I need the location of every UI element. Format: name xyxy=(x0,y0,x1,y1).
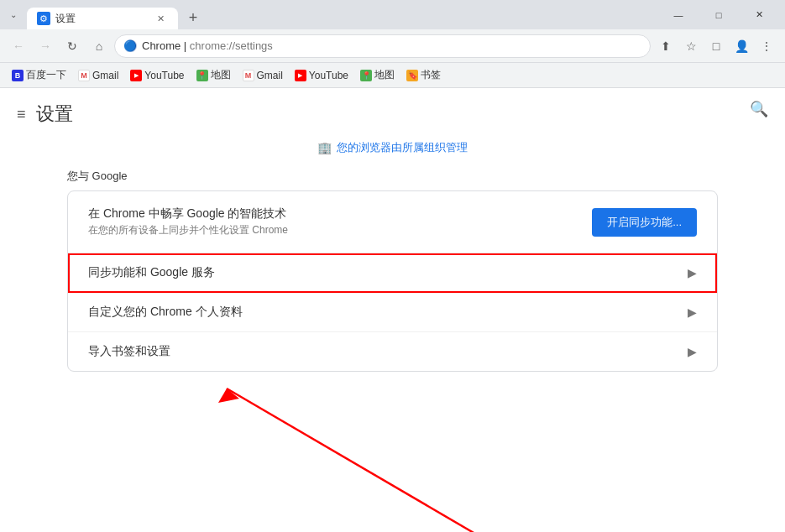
bookmark-button[interactable]: ☆ xyxy=(679,34,703,58)
youtube-label-2: YouTube xyxy=(309,70,348,81)
maximize-button[interactable]: □ xyxy=(699,0,738,29)
svg-marker-1 xyxy=(218,389,239,403)
extension-button[interactable]: □ xyxy=(704,34,728,58)
gmail-label-2: Gmail xyxy=(257,70,283,81)
window-controls: — □ ✕ xyxy=(659,0,778,29)
import-bookmarks-label: 导入书签和设置 xyxy=(88,344,688,359)
address-text: Chrome | chrome://settings xyxy=(142,39,641,52)
search-icon[interactable]: 🔍 xyxy=(750,100,768,118)
address-path: chrome://settings xyxy=(190,39,273,52)
youtube-icon-1: ▶ xyxy=(130,70,142,81)
youtube-label-1: YouTube xyxy=(144,70,184,81)
home-button[interactable]: ⌂ xyxy=(87,34,111,58)
org-notice-text: 您的浏览器由所属组织管理 xyxy=(337,140,468,155)
chevron-down-icon[interactable]: ⌄ xyxy=(7,7,20,23)
org-notice[interactable]: 🏢 您的浏览器由所属组织管理 xyxy=(0,133,785,162)
card-top-text: 在 Chrome 中畅享 Google 的智能技术 在您的所有设备上同步并个性化… xyxy=(88,206,578,237)
page-title: 设置 xyxy=(36,102,73,127)
card-top: 在 Chrome 中畅享 Google 的智能技术 在您的所有设备上同步并个性化… xyxy=(68,191,717,253)
gmail-icon-1: M xyxy=(78,70,90,81)
tab-close-button[interactable]: ✕ xyxy=(153,11,168,26)
bookmark-gmail-2[interactable]: M Gmail xyxy=(238,66,288,85)
bookmarks-label: 书签 xyxy=(421,68,441,82)
bookmark-maps-1[interactable]: 📍 地图 xyxy=(191,66,236,85)
bookmark-maps-2[interactable]: 📍 地图 xyxy=(355,66,400,85)
toolbar: ← → ↻ ⌂ 🔵 Chrome | chrome://settings ⬆ ☆… xyxy=(0,29,785,63)
settings-card: 在 Chrome 中畅享 Google 的智能技术 在您的所有设备上同步并个性化… xyxy=(67,190,718,372)
address-separator: | xyxy=(181,39,190,52)
org-icon: 🏢 xyxy=(317,141,332,154)
minimize-button[interactable]: — xyxy=(659,0,698,29)
active-tab[interactable]: ⚙ 设置 ✕ xyxy=(27,8,178,29)
sync-services-item[interactable]: 同步功能和 Google 服务 ▶ xyxy=(68,253,717,293)
maps-icon-1: 📍 xyxy=(196,70,208,81)
tab-bar: ⚙ 设置 ✕ + xyxy=(27,0,656,29)
page-content: ≡ 设置 🔍 🏢 您的浏览器由所属组织管理 您与 Google 在 Chrome… xyxy=(0,88,785,532)
youtube-icon-2: ▶ xyxy=(295,70,306,81)
bookmark-youtube-2[interactable]: ▶ YouTube xyxy=(290,66,353,85)
bookmark-gmail-1[interactable]: M Gmail xyxy=(73,66,123,85)
sync-button[interactable]: 开启同步功能... xyxy=(592,208,697,237)
import-bookmarks-arrow: ▶ xyxy=(688,345,697,358)
customize-profile-arrow: ▶ xyxy=(688,305,697,319)
refresh-button[interactable]: ↻ xyxy=(60,34,84,58)
customize-profile-item[interactable]: 自定义您的 Chrome 个人资料 ▶ xyxy=(68,293,717,332)
bookmark-youtube-1[interactable]: ▶ YouTube xyxy=(125,66,189,85)
bookmarks-bar: B 百度一下 M Gmail ▶ YouTube 📍 地图 M Gmail ▶ … xyxy=(0,63,785,88)
share-button[interactable]: ⬆ xyxy=(654,34,678,58)
browser-window: ⌄ ⚙ 设置 ✕ + — □ ✕ ← → ↻ ⌂ 🔵 Chrome | chro… xyxy=(0,0,785,532)
maps-icon-2: 📍 xyxy=(360,70,372,81)
sync-services-label: 同步功能和 Google 服务 xyxy=(88,265,688,280)
back-button[interactable]: ← xyxy=(7,34,30,58)
new-tab-button[interactable]: + xyxy=(181,6,205,29)
tab-favicon: ⚙ xyxy=(37,12,50,25)
sync-services-arrow: ▶ xyxy=(688,266,697,279)
maps-label-1: 地图 xyxy=(211,68,231,82)
import-bookmarks-item[interactable]: 导入书签和设置 ▶ xyxy=(68,332,717,371)
tab-title: 设置 xyxy=(55,12,148,26)
gear-icon: ⚙ xyxy=(39,13,48,24)
gmail-label-1: Gmail xyxy=(92,70,118,81)
forward-button[interactable]: → xyxy=(34,34,57,58)
section-label: 您与 Google xyxy=(0,162,785,187)
menu-button[interactable]: ⋮ xyxy=(755,34,778,58)
maps-label-2: 地图 xyxy=(374,68,395,82)
profile-button[interactable]: 👤 xyxy=(730,34,753,58)
toolbar-right: ⬆ ☆ □ 👤 ⋮ xyxy=(654,34,778,58)
sidebar-menu-icon[interactable]: ≡ xyxy=(17,106,26,123)
bookmark-baidu[interactable]: B 百度一下 xyxy=(7,66,71,85)
svg-line-0 xyxy=(227,389,500,532)
card-top-sub: 在您的所有设备上同步并个性化设置 Chrome xyxy=(88,223,578,237)
gmail-icon-2: M xyxy=(243,70,254,81)
address-domain: Chrome xyxy=(142,39,181,52)
security-icon: 🔵 xyxy=(123,39,137,52)
customize-profile-label: 自定义您的 Chrome 个人资料 xyxy=(88,305,688,320)
baidu-icon: B xyxy=(12,70,24,81)
card-top-title: 在 Chrome 中畅享 Google 的智能技术 xyxy=(88,206,578,222)
bookmarks-icon: 🔖 xyxy=(406,70,418,81)
bookmark-bookmarks[interactable]: 🔖 书签 xyxy=(401,66,446,85)
baidu-label: 百度一下 xyxy=(26,68,66,82)
title-bar: ⌄ ⚙ 设置 ✕ + — □ ✕ xyxy=(0,0,785,29)
close-button[interactable]: ✕ xyxy=(740,0,778,29)
settings-header: ≡ 设置 🔍 xyxy=(0,88,785,133)
address-bar[interactable]: 🔵 Chrome | chrome://settings xyxy=(114,34,651,58)
